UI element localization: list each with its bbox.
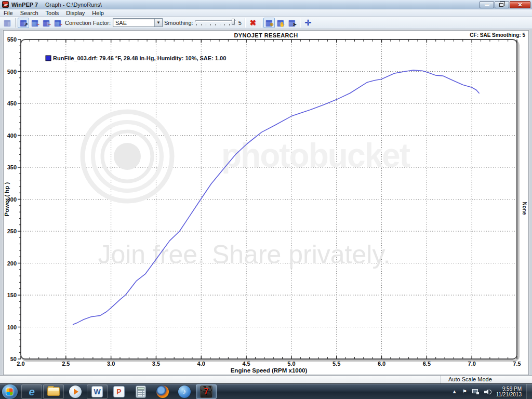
action-center-flag-icon[interactable]: ⚑ <box>462 389 467 394</box>
show-desktop-button[interactable] <box>526 384 532 399</box>
zoom-mode-button[interactable]: ▦ ⊕ <box>263 18 275 28</box>
tray-chevron-icon[interactable]: ▲ <box>452 389 457 394</box>
svg-text:5.5: 5.5 <box>332 361 340 367</box>
svg-text:2.0: 2.0 <box>17 361 24 367</box>
status-bar: Auto Scale Mode <box>0 375 532 383</box>
svg-text:3.5: 3.5 <box>152 361 160 367</box>
window-document-title: Graph - C:\DynoRuns\ <box>45 2 102 8</box>
svg-text:3.0: 3.0 <box>107 361 115 367</box>
svg-text:Join free. Share privately.: Join free. Share privately. <box>98 240 390 269</box>
svg-text:500: 500 <box>7 69 17 75</box>
network-icon[interactable] <box>472 389 479 394</box>
system-tray: ▲ ⚑ 9:59 PM 11/21/2013 <box>449 384 532 399</box>
media-player-icon <box>69 385 82 398</box>
desktop: WinPEP 7 Graph - C:\DynoRuns\ ✕ File Sea… <box>0 0 532 399</box>
line-overlay-icon: ~ <box>37 22 39 27</box>
slider-thumb[interactable] <box>232 19 235 25</box>
multi-overlay-icon: ~ <box>60 22 62 27</box>
calculator-icon <box>136 385 146 398</box>
word-icon: W <box>91 386 103 397</box>
correction-factor-select[interactable]: SAE ▼ <box>113 18 163 27</box>
slider-ticks <box>196 24 235 25</box>
start-button[interactable] <box>2 384 18 399</box>
menu-help[interactable]: Help <box>88 9 108 17</box>
minimize-button[interactable] <box>480 1 494 8</box>
magnifier-icon: ⊕ <box>270 22 274 27</box>
right-axis-label: None <box>522 202 527 215</box>
winpep-app-icon <box>2 1 9 8</box>
legend: RunFile_003.drf: 79.46 °F, 29.48 in-Hg, … <box>46 55 226 61</box>
graph-compare-button[interactable]: ▦ ~ <box>41 18 52 28</box>
tray-time: 9:59 PM <box>496 386 522 392</box>
pan-mode-button[interactable]: ▦ ✋ <box>275 18 286 28</box>
graph-multi-button[interactable]: ▦ ~ <box>52 18 63 28</box>
delete-graph-button[interactable]: ✖ <box>247 18 259 28</box>
speaker-icon[interactable] <box>484 389 491 395</box>
pointer-mode-button[interactable]: ▦ ➤ <box>286 18 298 28</box>
taskbar-itunes[interactable]: ♪ <box>174 384 195 399</box>
correction-factor-value: SAE <box>113 20 154 26</box>
title-bar[interactable]: WinPEP 7 Graph - C:\DynoRuns\ ✕ <box>0 0 532 9</box>
internet-explorer-icon: e <box>29 385 35 398</box>
taskbar-powerpoint[interactable]: P <box>109 384 129 399</box>
svg-text:6.5: 6.5 <box>423 361 431 367</box>
svg-text:150: 150 <box>7 292 17 298</box>
graph-cursor-button[interactable]: ▦ ↗ <box>18 18 29 28</box>
close-button[interactable]: ✕ <box>510 1 530 8</box>
toolbar-separator <box>300 18 300 28</box>
table-grid-icon: ▦ <box>4 19 11 26</box>
svg-text:200: 200 <box>7 260 17 267</box>
taskbar: e W P ♪ 7 ▲ ⚑ 9:5 <box>0 383 532 399</box>
smoothing-slider[interactable] <box>195 18 236 28</box>
taskbar-winpep[interactable]: 7 <box>196 384 217 399</box>
folder-icon <box>47 387 60 396</box>
window-app-title: WinPEP 7 <box>11 2 38 8</box>
toolbar-separator <box>261 18 261 28</box>
cursor-arrow-icon: ↗ <box>24 22 28 27</box>
svg-text:450: 450 <box>7 100 17 107</box>
graph-line-button[interactable]: ▦ ~ <box>29 18 41 28</box>
dropdown-arrow-icon[interactable]: ▼ <box>154 19 162 26</box>
taskbar-calculator[interactable] <box>130 384 151 399</box>
runs-table-button[interactable]: ▦ <box>2 18 13 28</box>
x-axis-label: Engine Speed (RPM x1000) <box>231 367 308 374</box>
crosshair-icon: ✛ <box>305 19 312 26</box>
taskbar-windows-explorer[interactable] <box>43 384 64 399</box>
toolbar-separator <box>245 18 245 28</box>
svg-text:400: 400 <box>7 132 17 139</box>
menu-display[interactable]: Display <box>62 9 88 17</box>
compare-overlay-icon: ~ <box>48 22 51 27</box>
windows-flag-icon <box>7 388 13 395</box>
taskbar-word[interactable]: W <box>87 384 108 399</box>
toolbar-separator <box>15 18 16 28</box>
menu-file[interactable]: File <box>0 9 17 17</box>
restore-button[interactable] <box>495 1 509 8</box>
menu-search[interactable]: Search <box>17 9 42 17</box>
svg-text:5.0: 5.0 <box>287 361 295 367</box>
y-axis-label: Power ( hp ) <box>4 182 10 216</box>
correction-factor-label: Correction Factor: <box>65 20 111 26</box>
toolbar: ▦ ▦ ↗ ▦ ~ ▦ ~ ▦ ~ Correction Factor: SAE… <box>0 17 532 29</box>
crosshair-button[interactable]: ✛ <box>302 18 314 28</box>
firefox-icon <box>156 385 169 398</box>
smoothing-value: 5 <box>238 20 242 26</box>
tray-clock[interactable]: 9:59 PM 11/21/2013 <box>496 386 522 397</box>
menu-tools[interactable]: Tools <box>42 9 63 17</box>
powerpoint-icon: P <box>113 386 125 397</box>
delete-x-icon: ✖ <box>250 19 257 26</box>
taskbar-firefox[interactable] <box>152 384 173 399</box>
scale-mode-status: Auto Scale Mode <box>441 376 530 384</box>
winpep-icon: 7 <box>200 385 212 398</box>
svg-text:250: 250 <box>7 228 17 234</box>
graph-panel: DYNOJET RESEARCH CF: SAE Smoothing: 5 ph… <box>3 30 529 375</box>
svg-text:7.0: 7.0 <box>468 361 476 367</box>
pointer-icon: ➤ <box>292 22 297 27</box>
svg-text:2.5: 2.5 <box>62 361 70 367</box>
svg-text:photobucket: photobucket <box>221 137 410 174</box>
taskbar-internet-explorer[interactable]: e <box>21 384 42 399</box>
svg-text:RunFile_003.drf: 79.46 °F, 29.: RunFile_003.drf: 79.46 °F, 29.48 in-Hg, … <box>53 55 226 61</box>
svg-text:100: 100 <box>7 324 17 330</box>
taskbar-media-player[interactable] <box>65 384 86 399</box>
menu-bar: File Search Tools Display Help <box>0 9 532 17</box>
svg-text:550: 550 <box>7 36 17 43</box>
